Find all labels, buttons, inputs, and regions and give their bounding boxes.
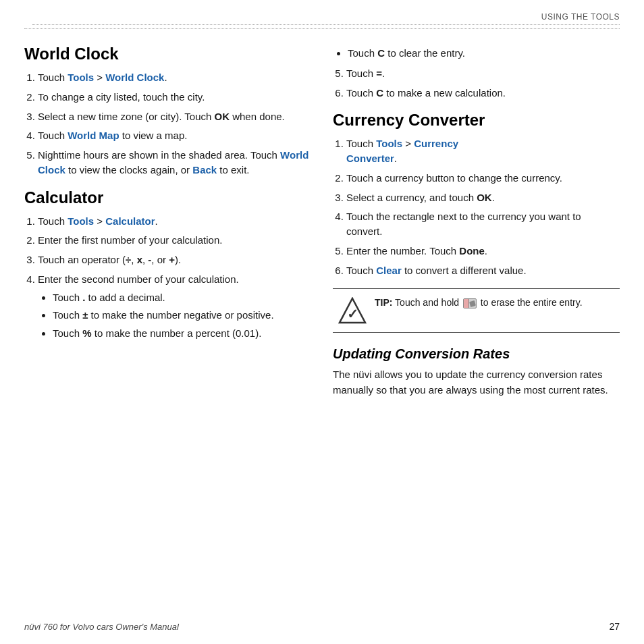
equals-bold: = xyxy=(376,68,382,79)
updating-section: Updating Conversion Rates The nüvi allow… xyxy=(333,346,620,398)
calc-cont-bullets: Touch C to clear the entry. xyxy=(333,46,620,61)
operator-minus: - xyxy=(148,254,151,265)
back-link: Back xyxy=(192,164,217,176)
bullet-list: Touch . to add a decimal. Touch ± to mak… xyxy=(38,290,311,341)
list-item: Touch the rectangle next to the currency… xyxy=(346,209,620,239)
world-map-link: World Map xyxy=(68,130,119,141)
manual-title: nüvi 760 for Volvo cars Owner's Manual xyxy=(24,622,179,632)
list-item: Select a currency, and touch OK. xyxy=(346,190,620,205)
list-item: Touch =. xyxy=(346,66,620,81)
currency-converter-title: Currency Converter xyxy=(333,111,620,130)
list-item: To change a city listed, touch the city. xyxy=(38,90,311,105)
list-item: Enter the second number of your calculat… xyxy=(38,272,311,341)
calculator-link: Calculator xyxy=(105,215,155,227)
tip-text-before: Touch and hold xyxy=(395,297,462,308)
calculator-section: Calculator Touch Tools > Calculator. Ent… xyxy=(24,188,311,341)
tip-text-after: to erase the entire entry. xyxy=(481,297,583,308)
world-clock-link: World Clock xyxy=(105,72,164,83)
calculator-title: Calculator xyxy=(24,188,311,207)
tools-link3: Tools xyxy=(376,138,402,149)
list-item: Touch . to add a decimal. xyxy=(53,290,311,305)
ok-bold: OK xyxy=(215,111,230,122)
world-clock-section: World Clock Touch Tools > World Clock. T… xyxy=(24,45,311,178)
tip-label: TIP: xyxy=(375,297,392,308)
right-column: Touch C to clear the entry. Touch =. Tou… xyxy=(333,34,620,620)
world-clock-steps: Touch Tools > World Clock. To change a c… xyxy=(24,70,311,178)
done-bold: Done xyxy=(459,245,485,257)
currency-converter-section: Currency Converter Touch Tools > Currenc… xyxy=(333,111,620,277)
plusminus-bold: ± xyxy=(82,309,88,321)
list-item: Touch C to make a new calculation. xyxy=(346,86,620,101)
operator-div: ÷ xyxy=(126,254,131,265)
left-column: World Clock Touch Tools > World Clock. T… xyxy=(24,34,311,620)
percent-bold: % xyxy=(82,327,91,339)
calculator-cont: Touch C to clear the entry. Touch =. Tou… xyxy=(333,46,620,100)
list-item: Touch ± to make the number negative or p… xyxy=(53,308,311,323)
header-title: Using the Tools xyxy=(541,12,620,22)
calculator-steps: Touch Tools > Calculator. Enter the firs… xyxy=(24,214,311,341)
updating-text: The nüvi allows you to update the curren… xyxy=(333,367,620,398)
tip-icon: ✓ xyxy=(338,297,367,325)
operator-plus: + xyxy=(169,254,175,265)
tools-link2: Tools xyxy=(68,215,94,227)
svg-text:✓: ✓ xyxy=(347,306,358,321)
list-item: Touch an operator (÷, x, -, or +). xyxy=(38,252,311,267)
list-item: Enter the first number of your calculati… xyxy=(38,233,311,248)
currency-steps: Touch Tools > CurrencyConverter. Touch a… xyxy=(333,136,620,277)
c-clear: C xyxy=(377,47,385,59)
list-item: Touch % to make the number a percent (0.… xyxy=(53,326,311,341)
c-new-calc: C xyxy=(376,87,383,99)
page: Using the Tools World Clock Touch Tools … xyxy=(0,0,644,644)
ok-bold2: OK xyxy=(477,192,492,203)
page-footer: nüvi 760 for Volvo cars Owner's Manual 2… xyxy=(24,621,620,632)
world-clock-title: World Clock xyxy=(24,45,311,63)
list-item: Touch C to clear the entry. xyxy=(348,46,620,61)
list-item: Touch Tools > CurrencyConverter. xyxy=(346,136,620,166)
currency-link: CurrencyConverter xyxy=(346,138,458,164)
list-item: Touch a currency button to change the cu… xyxy=(346,171,620,186)
page-number: 27 xyxy=(609,621,620,632)
clear-link: Clear xyxy=(376,265,402,276)
updating-title: Updating Conversion Rates xyxy=(333,346,620,362)
list-item: Nighttime hours are shown in the shaded … xyxy=(38,148,311,178)
list-item: Touch Tools > World Clock. xyxy=(38,70,311,85)
decimal-bold: . xyxy=(82,292,85,303)
calc-cont-steps: Touch =. Touch C to make a new calculati… xyxy=(333,66,620,101)
list-item: Select a new time zone (or city). Touch … xyxy=(38,109,311,124)
tip-content: TIP: Touch and hold to erase the entire … xyxy=(375,296,583,310)
list-item: Touch Clear to convert a different value… xyxy=(346,263,620,278)
list-item: Enter the number. Touch Done. xyxy=(346,244,620,259)
page-header: Using the Tools xyxy=(32,12,620,25)
list-item: Touch World Map to view a map. xyxy=(38,128,311,143)
list-item: Touch Tools > Calculator. xyxy=(38,214,311,229)
eraser-icon-inline xyxy=(463,298,477,308)
operator-x: x xyxy=(137,254,142,265)
world-clock-link2: World Clock xyxy=(38,149,308,176)
top-divider xyxy=(24,28,620,29)
tools-link: Tools xyxy=(68,72,94,83)
tip-box: ✓ TIP: Touch and hold to erase the entir… xyxy=(333,288,620,333)
main-content: World Clock Touch Tools > World Clock. T… xyxy=(24,34,620,620)
